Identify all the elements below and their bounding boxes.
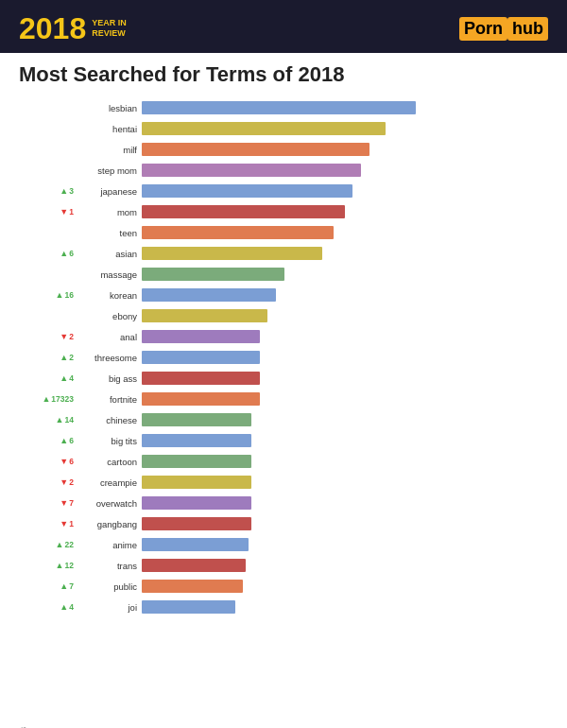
rank-change: ▲6 — [28, 249, 77, 258]
rank-change: ▲2 — [28, 353, 77, 362]
term-label: threesome — [77, 353, 142, 363]
bar-container — [142, 372, 548, 385]
term-label: creampie — [77, 477, 142, 488]
rank-change: ▲17323 — [28, 394, 77, 404]
rank-change: ▲16 — [28, 290, 77, 300]
bar-fill — [142, 268, 284, 281]
bar-fill — [142, 372, 260, 385]
bar-fill — [142, 455, 251, 468]
bar-row: ▲6asian — [28, 244, 548, 263]
bar-fill — [142, 413, 251, 426]
bar-container — [142, 122, 548, 135]
term-label: ebony — [77, 311, 142, 321]
arrow-up-icon: ▲ — [60, 373, 68, 383]
bar-container — [142, 517, 548, 530]
title-section: Most Searched for Terms of 2018 — [0, 53, 567, 93]
term-label: overwatch — [77, 498, 142, 509]
header: 2018 YEAR IN REVIEW Porn hub — [0, 0, 567, 53]
bar-row: ▲4joi — [28, 598, 548, 616]
bar-fill — [142, 288, 276, 302]
bar-container — [142, 184, 548, 198]
term-label: anal — [77, 332, 142, 342]
bar-row: lesbian — [28, 98, 548, 117]
bar-fill — [142, 580, 243, 593]
bar-fill — [142, 538, 249, 551]
bar-container — [142, 392, 548, 406]
bar-container — [142, 205, 548, 218]
bar-row: teen — [28, 223, 548, 242]
term-label: asian — [77, 249, 142, 259]
bar-container — [142, 330, 548, 343]
bars-section: lesbianhentaimilfstep mom▲3japanese▼1mom… — [28, 98, 548, 728]
bar-container — [142, 309, 548, 322]
bar-fill — [142, 496, 251, 510]
bar-fill — [142, 559, 246, 572]
rank-change: ▲14 — [28, 415, 77, 425]
year-in-review-logo: 2018 YEAR IN REVIEW — [19, 13, 127, 43]
brand-logo: Porn hub — [459, 17, 548, 41]
term-label: mom — [77, 207, 142, 217]
term-label: cartoon — [77, 457, 142, 467]
bar-row: ▲12trans — [28, 556, 548, 575]
term-label: hentai — [77, 124, 142, 134]
bar-row: ▲17323fortnite — [28, 390, 548, 408]
bar-container — [142, 455, 548, 468]
bar-fill — [142, 600, 235, 614]
bar-container — [142, 226, 548, 239]
bar-fill — [142, 309, 267, 322]
bar-container — [142, 538, 548, 551]
rank-change: ▼2 — [28, 477, 77, 487]
bar-fill — [142, 330, 260, 343]
chart-inner: RANK CHANGE 2018 lesbianhentaimilfstep m… — [19, 98, 548, 728]
term-label: chinese — [77, 415, 142, 425]
arrow-down-icon: ▼ — [60, 207, 68, 217]
bar-container — [142, 351, 548, 364]
term-label: anime — [77, 540, 142, 550]
arrow-up-icon: ▲ — [60, 186, 68, 196]
year-number: 2018 — [19, 13, 86, 43]
rank-change: ▼6 — [28, 457, 77, 466]
bar-container — [142, 413, 548, 426]
bar-fill — [142, 517, 251, 530]
arrow-up-icon: ▲ — [56, 540, 64, 549]
bar-container — [142, 476, 548, 489]
arrow-up-icon: ▲ — [60, 353, 68, 362]
bar-row: ebony — [28, 306, 548, 325]
bar-row: ▲4big ass — [28, 369, 548, 388]
arrow-down-icon: ▼ — [60, 519, 68, 529]
bar-row: ▼2anal — [28, 327, 548, 346]
bar-row: ▼1mom — [28, 202, 548, 221]
bar-container — [142, 164, 548, 177]
term-label: japanese — [77, 186, 142, 197]
bar-fill — [142, 164, 361, 177]
arrow-up-icon: ▲ — [42, 394, 50, 404]
bar-fill — [142, 184, 352, 198]
page-container: 2018 YEAR IN REVIEW Porn hub Most Search… — [0, 0, 567, 728]
bar-container — [142, 434, 548, 447]
bar-row: ▼6cartoon — [28, 452, 548, 471]
bar-row: step mom — [28, 161, 548, 180]
term-label: big ass — [77, 373, 142, 384]
bar-row: ▲3japanese — [28, 182, 548, 200]
rank-change: ▲12 — [28, 561, 77, 570]
term-label: massage — [77, 269, 142, 280]
term-label: fortnite — [77, 394, 142, 405]
bar-fill — [142, 476, 251, 489]
bar-row: massage — [28, 265, 548, 284]
bar-row: ▲16korean — [28, 286, 548, 304]
rank-change: ▲6 — [28, 436, 77, 445]
bar-row: ▲7public — [28, 577, 548, 596]
term-label: teen — [77, 228, 142, 238]
arrow-up-icon: ▲ — [60, 602, 68, 612]
bar-container — [142, 600, 548, 614]
bar-fill — [142, 434, 251, 447]
bar-row: ▲22anime — [28, 535, 548, 554]
term-label: step mom — [77, 165, 142, 176]
bar-fill — [142, 205, 345, 218]
rank-change: ▲7 — [28, 581, 77, 591]
bar-container — [142, 496, 548, 510]
bar-container — [142, 143, 548, 156]
rank-change: ▲3 — [28, 186, 77, 196]
term-label: lesbian — [77, 103, 142, 113]
bar-fill — [142, 247, 322, 260]
